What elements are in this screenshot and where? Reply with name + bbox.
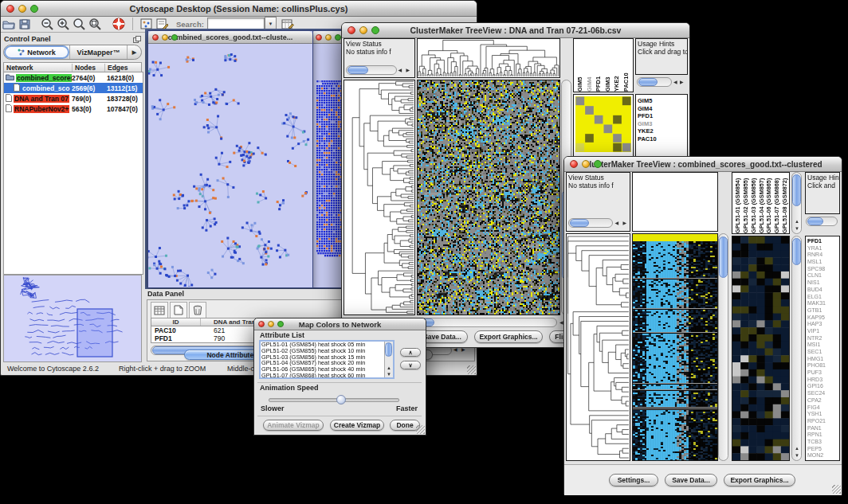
move-down-button[interactable]: ∨ (400, 361, 421, 369)
view-status-hscroll[interactable] (568, 218, 613, 228)
zoom-button[interactable] (30, 5, 38, 13)
tab-vizmapper[interactable]: VizMapper™ (69, 45, 127, 59)
row-label[interactable]: PAC10 (638, 135, 687, 143)
row-label[interactable]: KAP95 (807, 315, 839, 322)
scroll-up-icon[interactable]: ▲ (795, 219, 799, 224)
row-label[interactable]: FIG4 (807, 404, 839, 412)
column-label[interactable]: GIM3 (604, 39, 614, 92)
row-label[interactable]: MAK31 (807, 300, 839, 307)
resize-grip[interactable] (832, 485, 841, 494)
minimize-button[interactable] (268, 321, 274, 327)
close-button[interactable] (6, 5, 14, 13)
create-vizmap-button[interactable]: Create Vizmap (330, 420, 384, 431)
zoom-in-icon[interactable] (55, 17, 71, 32)
close-button[interactable] (347, 26, 355, 34)
zoom-fit-icon[interactable] (87, 17, 103, 32)
tab-overflow-arrow[interactable]: ▶ (127, 45, 141, 59)
row-label[interactable]: BUD4 (807, 287, 839, 294)
column-label[interactable]: GPL51-01 (GSM854) (734, 173, 742, 233)
row-label[interactable]: MON2 (807, 452, 839, 459)
detail-vscroll[interactable]: ▲ ▼ (791, 236, 802, 461)
heatmap-vscroll[interactable] (718, 233, 728, 461)
column-labels-vscroll[interactable]: ▲ ▼ (791, 172, 802, 234)
move-up-button[interactable]: ∧ (400, 348, 421, 357)
row-label[interactable]: SPC98 (807, 266, 839, 273)
column-label[interactable]: GPL51-02 (GSM855) (742, 173, 750, 233)
row-label[interactable]: PUF3 (807, 369, 839, 377)
column-label[interactable]: YKE2 (613, 39, 622, 92)
column-label[interactable]: GIM5 (576, 39, 586, 92)
zoom-button[interactable] (371, 26, 379, 34)
row-label[interactable]: RPN1 (807, 432, 839, 439)
hscroll-right-icon[interactable]: ▶ (680, 80, 684, 84)
column-label[interactable]: GPL51-07 (GSM868) (773, 173, 781, 233)
column-dendrogram-canvas[interactable] (418, 39, 559, 77)
attribute-list-item[interactable]: GPL51-07 (GSM868) heat shock 60 min (261, 373, 365, 379)
network-list-item[interactable]: DNA and Tran 07769(0)183728(0) (4, 93, 143, 104)
view-status-hscroll[interactable] (346, 65, 397, 75)
column-label[interactable]: GPL51-03 (GSM856) (750, 173, 758, 233)
row-label[interactable]: MSI1 (807, 342, 839, 349)
new-attribute-icon[interactable] (170, 302, 187, 318)
row-label[interactable]: PFD1 (638, 112, 687, 120)
row-label[interactable]: CPA2 (807, 397, 839, 404)
scroll-up-icon[interactable]: ▲ (387, 365, 391, 370)
main-titlebar[interactable]: Cytoscape Desktop (Session Name: collins… (1, 1, 477, 17)
row-label[interactable]: VIP1 (807, 328, 839, 335)
row-label[interactable]: HMG1 (807, 356, 839, 363)
network-list-item[interactable]: combined_scores_2764(0)16218(0) (4, 72, 143, 83)
animation-speed-slider[interactable] (269, 398, 399, 402)
minimize-button[interactable] (325, 34, 332, 41)
column-label[interactable]: GPL51-06 (GSM865) (765, 173, 773, 233)
resize-grip[interactable] (467, 365, 476, 374)
hscroll-left-icon[interactable]: ◀ (673, 80, 677, 84)
row-label[interactable]: ELG1 (807, 294, 839, 301)
tab-network[interactable]: Network (4, 45, 69, 59)
hscroll-right-icon[interactable]: ▶ (406, 68, 410, 72)
row-label[interactable]: HRD3 (807, 377, 839, 384)
row-label[interactable]: PAN1 (807, 425, 839, 432)
network-list-item[interactable]: combined_sco2569(6)13112(15) (4, 83, 143, 93)
close-button[interactable] (316, 34, 322, 41)
row-dendrogram-canvas[interactable] (567, 234, 630, 460)
export-graphics-button[interactable]: Export Graphics... (724, 474, 795, 486)
row-label[interactable]: GIM3 (638, 120, 687, 128)
zoom-out-icon[interactable] (39, 17, 55, 32)
animate-vizmap-button[interactable]: Animate Vizmap (263, 420, 324, 431)
zoom-selected-icon[interactable] (71, 17, 87, 32)
hscroll-left-icon[interactable]: ◀ (398, 68, 402, 72)
row-label[interactable]: GPI16 (807, 383, 839, 390)
heatmap-canvas[interactable] (418, 80, 559, 315)
row-label[interactable]: SEC1 (807, 349, 839, 356)
resize-grip[interactable] (416, 425, 425, 434)
dialog-titlebar[interactable]: Map Colors to Network (254, 318, 426, 330)
usage-hints-hscroll[interactable] (637, 77, 672, 87)
scroll-down-icon[interactable]: ▼ (795, 453, 799, 458)
table-mode-icon[interactable] (151, 302, 168, 318)
zoom-button[interactable] (277, 321, 284, 327)
treeview1-titlebar[interactable]: ClusterMaker TreeView : DNA and Tran 07-… (342, 23, 689, 38)
row-label[interactable]: GIM5 (638, 97, 687, 105)
row-label[interactable]: PFD1 (807, 238, 839, 245)
row-label[interactable]: NIS1 (807, 279, 839, 287)
save-data-button[interactable]: Save Data... (665, 474, 717, 486)
network-list-item[interactable]: RNAPuberNov2+563(0)107847(0) (4, 104, 143, 114)
column-label[interactable]: PFD1 (595, 39, 604, 92)
row-dendrogram-canvas[interactable] (344, 80, 414, 315)
close-button[interactable] (570, 160, 578, 168)
row-label[interactable]: RNR4 (807, 252, 839, 259)
save-session-button[interactable] (17, 17, 33, 32)
usage-hints-hscroll[interactable] (806, 217, 838, 226)
scroll-down-icon[interactable]: ▼ (795, 226, 799, 231)
open-session-button[interactable] (1, 17, 17, 32)
zoom-button[interactable] (171, 34, 178, 41)
row-label[interactable]: PEP5 (807, 446, 839, 453)
attribute-list-vscroll[interactable]: ▲ ▼ (384, 342, 393, 377)
row-label[interactable]: YRA1 (807, 245, 839, 252)
zoom-button[interactable] (335, 34, 341, 41)
row-label[interactable]: YSH1 (807, 411, 839, 418)
scroll-up-icon[interactable]: ▲ (795, 446, 799, 451)
column-label[interactable]: PAC10 (622, 39, 632, 92)
minimize-button[interactable] (162, 34, 168, 41)
column-label[interactable]: GPL51-04 (GSM857) (758, 173, 766, 233)
